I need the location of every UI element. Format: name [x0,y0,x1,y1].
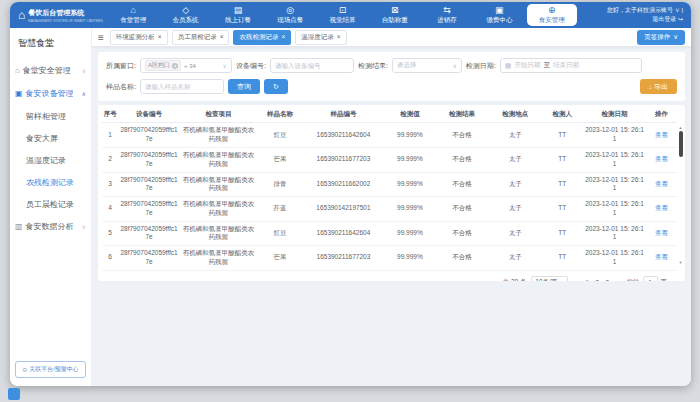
chevron-down-icon: ∨ [673,33,678,41]
nav-item-label: 会员系统 [173,16,199,25]
sample-name-input[interactable] [145,83,219,90]
export-button[interactable]: ↓ 导出 [640,79,678,94]
page-size-select[interactable]: 10条/页 ∨ [531,276,568,281]
collapse-menu-icon[interactable]: ≡ [98,32,104,43]
nav-item[interactable]: ⊡ 视觉结算 [317,4,367,26]
sidebar-submenu-item[interactable]: 温湿度记录 [10,149,91,171]
cell-detect-result: 不合格 [436,221,489,246]
pagination: 共 30 条 10条/页 ∨ ‹ 1 [102,271,677,281]
page-number[interactable]: 3 [602,278,612,281]
cell-sample-number: 165390211677203 [303,147,385,172]
scroll-down-icon[interactable]: ▼ [678,260,683,265]
column-header: 样品编号 [303,106,385,123]
cell-detect-result: 不合格 [436,123,489,148]
top-header: ⌂ 餐饮后台管理系统 MANAGEMENT SYSTEM OF SMART CA… [10,2,691,28]
table-row: 5 28f7907042059fffc17e 有机磷和氨基甲酸酯类农药残留 豇豆… [102,221,677,246]
online-order-icon: ▤ [234,6,243,15]
table-row: 3 28f7907042059fffc17e 有机磷和氨基甲酸酯类农药残留 排骨… [102,172,677,197]
refresh-button[interactable]: ↻ [264,79,288,94]
nav-item[interactable]: ⊠ 自助称重 [370,4,420,26]
page-number[interactable]: 2 [592,278,602,281]
cell-inspector: TT [542,147,583,172]
window-multiselect[interactable]: A区档口 × + 34 ∨ [140,58,232,73]
payment-center-icon: ▣ [495,6,504,15]
sidebar-title: 智慧食堂 [10,34,91,59]
page-tab[interactable]: 员工晨检记录 × [172,30,230,45]
cell-detect-date: 2023-12-01 15: 26:11 [583,221,646,246]
goto-suffix: 页 [661,278,668,281]
chevron-up-icon: ∧ [82,90,86,97]
cell-sample-name: 芥蓝 [257,197,302,222]
cell-action: 查看 [646,246,677,271]
view-link[interactable]: 查看 [655,253,668,260]
device-number-input[interactable] [275,62,349,69]
table-scrollbar[interactable]: ▲ ▼ [678,125,683,265]
user-account-menu[interactable]: 您好，太子科技演示账号 ∨ | 退出登录 ↪ [579,6,683,24]
cell-check-project: 有机磷和氨基甲酸酯类农药残留 [180,246,258,271]
nav-item-label: 视觉结算 [329,16,355,25]
user-greeting: 您好，太子科技演示账号 [607,7,673,13]
view-link[interactable]: 查看 [655,180,668,187]
close-icon[interactable]: × [337,34,341,40]
cell-check-project: 有机磷和氨基甲酸酯类农药残留 [180,147,258,172]
search-button[interactable]: 查询 [228,79,260,94]
view-link[interactable]: 查看 [655,204,668,211]
page-tab[interactable]: 环境监测分析 × [110,30,168,45]
chevron-down-icon: ∨ [675,7,680,13]
cell-device-number: 28f7907042059fffc17e [118,172,179,197]
close-icon[interactable]: × [158,34,162,40]
scrollbar-thumb[interactable] [679,131,683,157]
result-select[interactable]: 请选择 ∨ [392,58,462,73]
column-header: 样品名称 [257,106,302,123]
nav-item[interactable]: ⇆ 进销存 [422,4,472,26]
cell-detect-date: 2023-12-01 15: 26:11 [583,246,646,271]
page-number[interactable]: 1 [582,278,592,281]
sidebar-submenu-item[interactable]: 食安大屏 [10,127,91,149]
cell-sample-name: 芒果 [257,246,302,271]
sidebar-group-foodsafety-devices[interactable]: ▣ 食安设备管理 ∧ [10,82,91,105]
taskbar-app-icon[interactable] [8,388,20,400]
view-link[interactable]: 查看 [655,229,668,236]
nav-item[interactable]: ▣ 缴费中心 [474,4,524,26]
view-link[interactable]: 查看 [655,131,668,138]
cell-device-number: 28f7907042059fffc17e [118,123,179,148]
column-header: 检测结果 [436,106,489,123]
food-safety-icon: ⊕ [548,6,556,15]
nav-item[interactable]: ⌂ 食堂管理 [108,4,158,26]
date-range-picker[interactable]: ▦ 开始日期 至 结束日期 [500,58,642,73]
cell-detect-location: 太子 [489,221,542,246]
sidebar-group-canteen-safety[interactable]: ⌂ 食堂安全管理 ∨ [10,59,91,82]
sidebar-submenu-item[interactable]: 员工晨检记录 [10,193,91,215]
linked-platform-button[interactable]: ⊙ 关联平台/预警中心 [15,361,86,378]
vision-checkout-icon: ⊡ [339,6,347,15]
prev-page-button[interactable]: ‹ [573,279,577,281]
page-tab[interactable]: 农残检测记录 × [233,30,291,45]
cell-detect-result: 不合格 [436,147,489,172]
close-icon[interactable]: × [281,34,285,40]
sidebar-submenu-item[interactable]: 留样柜管理 [10,105,91,127]
nav-item[interactable]: ▤ 线上订餐 [213,4,263,26]
page-tab[interactable]: 温湿度记录 × [295,30,346,45]
cell-detect-result: 不合格 [436,197,489,222]
column-header: 检测值 [384,106,435,123]
cell-check-project: 有机磷和氨基甲酸酯类农药残留 [180,123,258,148]
tab-actions-button[interactable]: 页签操作 ∨ [637,30,685,45]
logout-link[interactable]: 退出登录 [652,16,676,22]
tag-close-icon[interactable]: × [172,63,178,69]
nav-item[interactable]: ◇ 会员系统 [161,4,211,26]
close-icon[interactable]: × [220,34,224,40]
scroll-up-icon[interactable]: ▲ [678,125,683,130]
table-row: 4 28f7907042059fffc17e 有机磷和氨基甲酸酯类农药残留 芥蓝… [102,197,677,222]
sidebar-group-data-analysis[interactable]: ▥ 食安数据分析 ∨ [10,215,91,238]
next-page-button[interactable]: › [617,279,621,281]
goto-page-input[interactable] [643,276,658,281]
nav-item-label: 现场点餐 [277,16,303,25]
cell-detect-location: 太子 [489,197,542,222]
view-link[interactable]: 查看 [655,155,668,162]
cell-inspector: TT [542,123,583,148]
cell-sample-name: 豇豆 [257,123,302,148]
nav-item[interactable]: ◎ 现场点餐 [265,4,315,26]
nav-item[interactable]: ⊕ 食安管理 [527,4,577,26]
cell-inspector: TT [542,172,583,197]
sidebar-submenu-item[interactable]: 农残检测记录 [10,171,91,193]
